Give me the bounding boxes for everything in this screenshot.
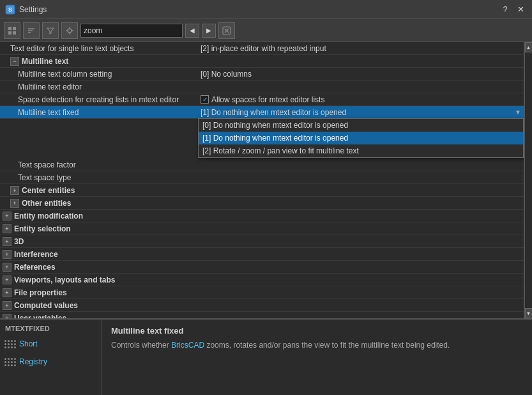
table-row[interactable]: + File properties (0, 286, 524, 299)
row-label-text: User variables (14, 314, 66, 319)
bottom-right: Multiline text fixed Controls whether Br… (102, 320, 532, 395)
table-row[interactable]: + Other entities (0, 197, 524, 210)
row-label: + Entity modification (0, 210, 198, 222)
row-value (198, 81, 524, 93)
expander-entity-sel[interactable]: + (3, 224, 11, 233)
expander-other[interactable]: + (10, 199, 19, 208)
dropdown-trigger[interactable]: [1] Do nothing when mtext editor is open… (201, 108, 521, 117)
table-row[interactable]: + Interference (0, 248, 524, 261)
next-button[interactable]: ▶ (202, 24, 216, 38)
scroll-up-arrow[interactable]: ▲ (525, 42, 533, 52)
dropdown-open[interactable]: [0] Do nothing when mtext editor is open… (198, 118, 524, 158)
title-bar-title: Settings (19, 5, 499, 14)
row-value (198, 159, 524, 171)
expander-multiline[interactable]: − (10, 57, 19, 66)
row-label-text: Entity modification (14, 212, 83, 221)
row-label: + User variables (0, 312, 198, 318)
toolbar-btn-1[interactable] (4, 22, 20, 39)
table-row[interactable]: − Multiline text (0, 55, 524, 68)
table-row[interactable]: Multiline text column setting [0] No col… (0, 68, 524, 81)
row-value (198, 222, 524, 235)
registry-link[interactable]: Registry (5, 355, 96, 368)
row-value[interactable]: [1] Do nothing when mtext editor is open… (198, 106, 524, 118)
row-value (198, 184, 524, 196)
close-button[interactable]: ✕ (514, 3, 527, 16)
toolbar-btn-4[interactable] (61, 22, 78, 39)
row-value (198, 210, 524, 222)
row-label: + Entity selection (0, 222, 198, 235)
expander-computed[interactable]: + (3, 301, 11, 310)
scroll-down-arrow[interactable]: ▼ (525, 308, 533, 318)
bottom-left: MTEXTFIXED Short (0, 320, 102, 395)
scroll-bar: ▲ ▼ (524, 42, 532, 318)
row-label-text: Interference (14, 250, 58, 259)
row-value (198, 299, 524, 311)
expander-references[interactable]: + (3, 263, 11, 272)
svg-rect-2 (8, 27, 11, 30)
table-row[interactable]: + Computed values (0, 299, 524, 312)
toolbar-btn-2[interactable] (23, 22, 40, 39)
row-label: Text editor for single line text objects (0, 42, 198, 54)
expander-interference[interactable]: + (3, 250, 11, 259)
expander-center[interactable]: + (10, 186, 19, 195)
expander-3d[interactable]: + (3, 237, 11, 246)
table-row[interactable]: Multiline text fixed [1] Do nothing when… (0, 106, 524, 119)
table-row[interactable]: + Center entities (0, 184, 524, 197)
table-row[interactable]: + Entity selection (0, 222, 524, 235)
row-label: Multiline text column setting (0, 68, 198, 80)
row-label: + Viewports, layouts and tabs (0, 274, 198, 286)
short-label: Short (19, 339, 38, 348)
prev-button[interactable]: ◀ (185, 24, 199, 38)
table-row[interactable]: + 3D (0, 235, 524, 248)
svg-point-9 (68, 29, 72, 33)
row-value (198, 171, 524, 183)
row-label: + Other entities (0, 197, 198, 209)
toolbar-btn-3[interactable] (42, 22, 59, 39)
clear-search-button[interactable] (218, 22, 235, 39)
expander-file-props[interactable]: + (3, 288, 11, 297)
row-label-text: 3D (14, 237, 24, 246)
table-row[interactable]: Multiline text editor (0, 81, 524, 93)
row-value-text: [2] in-place editor with repeated input (201, 44, 326, 53)
table-row[interactable]: + References (0, 261, 524, 274)
help-button[interactable]: ? (499, 3, 512, 16)
table-row[interactable]: + User variables (0, 312, 524, 318)
row-value: [2] in-place editor with repeated input (198, 42, 524, 54)
table-row[interactable]: Text space factor (0, 159, 524, 171)
dropdown-selected-value: [1] Do nothing when mtext editor is open… (201, 108, 346, 117)
row-value (198, 197, 524, 209)
dropdown-item-1[interactable]: [1] Do nothing when mtext editor is open… (199, 132, 523, 144)
table-row[interactable]: + Viewports, layouts and tabs (0, 274, 524, 286)
dropdown-item-0[interactable]: [0] Do nothing when mtext editor is open… (199, 119, 523, 132)
expander-entity-mod[interactable]: + (3, 212, 11, 221)
dropdown-item-2[interactable]: [2] Rotate / zoom / pan view to fit mult… (199, 144, 523, 157)
expander-user-vars[interactable]: + (3, 314, 11, 319)
checkbox[interactable]: ✓ (201, 95, 209, 104)
row-label-text: Computed values (14, 301, 78, 310)
row-label: + Computed values (0, 299, 198, 311)
short-icon (5, 339, 15, 349)
row-label: Space detection for creating lists in mt… (0, 93, 198, 105)
table-row[interactable]: + Entity modification (0, 210, 524, 222)
table-row[interactable]: Space detection for creating lists in mt… (0, 93, 524, 106)
row-value-text: [0] No columns (201, 70, 252, 79)
short-link[interactable]: Short (5, 337, 96, 350)
title-bar: S Settings ? ✕ (0, 0, 532, 19)
table-row[interactable]: Text editor for single line text objects… (0, 42, 524, 55)
row-value (198, 235, 524, 247)
row-label-text: Text space factor (18, 160, 76, 169)
row-label: + 3D (0, 235, 198, 247)
table-row[interactable]: Text space type (0, 171, 524, 184)
row-label-text: Multiline text (22, 57, 68, 66)
highlight-bricscard: BricsCAD (171, 341, 204, 350)
row-label: Text space type (0, 171, 198, 183)
bottom-panel: MTEXTFIXED Short (0, 318, 532, 395)
row-value (198, 55, 524, 67)
search-input[interactable]: zoom (80, 24, 183, 38)
settings-list[interactable]: Text editor for single line text objects… (0, 42, 524, 318)
bottom-right-desc: Controls whether BricsCAD zooms, rotates… (111, 339, 523, 351)
row-value (198, 248, 524, 260)
expander-viewports[interactable]: + (3, 275, 11, 284)
row-label: Multiline text fixed (0, 106, 198, 118)
row-label-text: Entity selection (14, 224, 71, 233)
